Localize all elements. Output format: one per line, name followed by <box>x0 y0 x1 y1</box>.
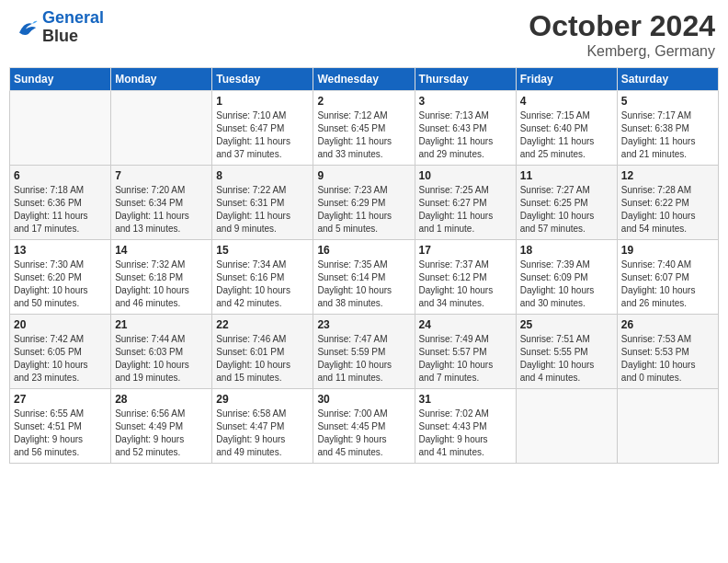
col-header-friday: Friday <box>516 68 617 91</box>
day-number: 18 <box>520 244 613 257</box>
day-detail: Sunrise: 7:25 AM Sunset: 6:27 PM Dayligh… <box>419 184 512 236</box>
day-cell: 3Sunrise: 7:13 AM Sunset: 6:43 PM Daylig… <box>415 91 516 166</box>
day-detail: Sunrise: 7:28 AM Sunset: 6:22 PM Dayligh… <box>621 184 714 236</box>
day-cell: 13Sunrise: 7:30 AM Sunset: 6:20 PM Dayli… <box>10 240 111 315</box>
day-cell <box>516 389 617 464</box>
logo: General Blue <box>13 9 104 46</box>
day-number: 14 <box>115 244 208 257</box>
day-number: 28 <box>115 393 208 406</box>
day-cell <box>111 91 212 166</box>
day-detail: Sunrise: 7:12 AM Sunset: 6:45 PM Dayligh… <box>317 109 410 161</box>
day-cell: 4Sunrise: 7:15 AM Sunset: 6:40 PM Daylig… <box>516 91 617 166</box>
day-detail: Sunrise: 7:13 AM Sunset: 6:43 PM Dayligh… <box>419 109 512 161</box>
day-number: 7 <box>115 169 208 182</box>
day-cell: 11Sunrise: 7:27 AM Sunset: 6:25 PM Dayli… <box>516 166 617 240</box>
day-cell: 17Sunrise: 7:37 AM Sunset: 6:12 PM Dayli… <box>415 240 516 315</box>
day-detail: Sunrise: 7:20 AM Sunset: 6:34 PM Dayligh… <box>115 184 208 236</box>
day-number: 13 <box>14 244 107 257</box>
day-number: 8 <box>216 169 309 182</box>
day-number: 26 <box>621 318 714 331</box>
location: Kemberg, Germany <box>529 43 715 60</box>
day-cell: 12Sunrise: 7:28 AM Sunset: 6:22 PM Dayli… <box>617 166 718 240</box>
day-detail: Sunrise: 7:10 AM Sunset: 6:47 PM Dayligh… <box>216 109 309 161</box>
day-detail: Sunrise: 7:51 AM Sunset: 5:55 PM Dayligh… <box>520 333 613 385</box>
day-detail: Sunrise: 7:27 AM Sunset: 6:25 PM Dayligh… <box>520 184 613 236</box>
day-detail: Sunrise: 7:40 AM Sunset: 6:07 PM Dayligh… <box>621 259 714 310</box>
logo-bird-icon <box>13 15 39 40</box>
day-detail: Sunrise: 7:44 AM Sunset: 6:03 PM Dayligh… <box>115 333 208 385</box>
day-cell: 26Sunrise: 7:53 AM Sunset: 5:53 PM Dayli… <box>617 315 718 389</box>
week-row-4: 20Sunrise: 7:42 AM Sunset: 6:05 PM Dayli… <box>10 315 719 389</box>
day-number: 25 <box>520 318 613 331</box>
day-number: 29 <box>216 393 309 406</box>
day-cell: 14Sunrise: 7:32 AM Sunset: 6:18 PM Dayli… <box>111 240 212 315</box>
day-number: 17 <box>419 244 512 257</box>
day-detail: Sunrise: 6:55 AM Sunset: 4:51 PM Dayligh… <box>14 408 107 459</box>
day-detail: Sunrise: 7:37 AM Sunset: 6:12 PM Dayligh… <box>419 259 512 310</box>
day-cell: 23Sunrise: 7:47 AM Sunset: 5:59 PM Dayli… <box>313 315 415 389</box>
day-detail: Sunrise: 7:53 AM Sunset: 5:53 PM Dayligh… <box>621 333 714 385</box>
title-block: October 2024 Kemberg, Germany <box>529 9 715 60</box>
calendar-table: SundayMondayTuesdayWednesdayThursdayFrid… <box>9 67 719 464</box>
day-number: 4 <box>520 95 613 108</box>
logo-text: General Blue <box>42 9 104 46</box>
day-detail: Sunrise: 7:39 AM Sunset: 6:09 PM Dayligh… <box>520 259 613 310</box>
month-title: October 2024 <box>529 9 715 43</box>
day-cell: 21Sunrise: 7:44 AM Sunset: 6:03 PM Dayli… <box>111 315 212 389</box>
day-detail: Sunrise: 7:02 AM Sunset: 4:43 PM Dayligh… <box>419 408 512 459</box>
col-header-monday: Monday <box>111 68 212 91</box>
day-cell: 18Sunrise: 7:39 AM Sunset: 6:09 PM Dayli… <box>516 240 617 315</box>
day-cell: 1Sunrise: 7:10 AM Sunset: 6:47 PM Daylig… <box>212 91 313 166</box>
day-cell: 5Sunrise: 7:17 AM Sunset: 6:38 PM Daylig… <box>617 91 718 166</box>
day-number: 11 <box>520 169 613 182</box>
day-number: 15 <box>216 244 309 257</box>
day-number: 20 <box>14 318 107 331</box>
day-detail: Sunrise: 7:18 AM Sunset: 6:36 PM Dayligh… <box>14 184 107 236</box>
week-row-5: 27Sunrise: 6:55 AM Sunset: 4:51 PM Dayli… <box>10 389 719 464</box>
col-header-tuesday: Tuesday <box>212 68 313 91</box>
col-header-saturday: Saturday <box>617 68 718 91</box>
day-cell: 29Sunrise: 6:58 AM Sunset: 4:47 PM Dayli… <box>212 389 313 464</box>
day-cell: 24Sunrise: 7:49 AM Sunset: 5:57 PM Dayli… <box>415 315 516 389</box>
day-detail: Sunrise: 6:58 AM Sunset: 4:47 PM Dayligh… <box>216 408 309 459</box>
day-detail: Sunrise: 7:46 AM Sunset: 6:01 PM Dayligh… <box>216 333 309 385</box>
day-detail: Sunrise: 7:30 AM Sunset: 6:20 PM Dayligh… <box>14 259 107 310</box>
day-cell: 25Sunrise: 7:51 AM Sunset: 5:55 PM Dayli… <box>516 315 617 389</box>
page-header: General Blue October 2024 Kemberg, Germa… <box>9 9 719 60</box>
day-number: 22 <box>216 318 309 331</box>
day-number: 16 <box>317 244 410 257</box>
day-detail: Sunrise: 7:47 AM Sunset: 5:59 PM Dayligh… <box>317 333 410 385</box>
day-number: 9 <box>317 169 410 182</box>
day-cell: 15Sunrise: 7:34 AM Sunset: 6:16 PM Dayli… <box>212 240 313 315</box>
day-cell: 16Sunrise: 7:35 AM Sunset: 6:14 PM Dayli… <box>313 240 415 315</box>
day-number: 10 <box>419 169 512 182</box>
day-cell: 27Sunrise: 6:55 AM Sunset: 4:51 PM Dayli… <box>10 389 111 464</box>
day-cell: 8Sunrise: 7:22 AM Sunset: 6:31 PM Daylig… <box>212 166 313 240</box>
day-cell: 31Sunrise: 7:02 AM Sunset: 4:43 PM Dayli… <box>415 389 516 464</box>
day-cell: 20Sunrise: 7:42 AM Sunset: 6:05 PM Dayli… <box>10 315 111 389</box>
day-number: 27 <box>14 393 107 406</box>
day-detail: Sunrise: 7:17 AM Sunset: 6:38 PM Dayligh… <box>621 109 714 161</box>
day-number: 2 <box>317 95 410 108</box>
col-header-wednesday: Wednesday <box>313 68 415 91</box>
day-number: 6 <box>14 169 107 182</box>
day-cell: 28Sunrise: 6:56 AM Sunset: 4:49 PM Dayli… <box>111 389 212 464</box>
day-number: 12 <box>621 169 714 182</box>
day-cell <box>10 91 111 166</box>
day-detail: Sunrise: 7:23 AM Sunset: 6:29 PM Dayligh… <box>317 184 410 236</box>
day-number: 30 <box>317 393 410 406</box>
col-header-thursday: Thursday <box>415 68 516 91</box>
col-header-sunday: Sunday <box>10 68 111 91</box>
day-detail: Sunrise: 7:49 AM Sunset: 5:57 PM Dayligh… <box>419 333 512 385</box>
day-detail: Sunrise: 6:56 AM Sunset: 4:49 PM Dayligh… <box>115 408 208 459</box>
day-cell: 10Sunrise: 7:25 AM Sunset: 6:27 PM Dayli… <box>415 166 516 240</box>
day-cell <box>617 389 718 464</box>
day-detail: Sunrise: 7:32 AM Sunset: 6:18 PM Dayligh… <box>115 259 208 310</box>
week-row-2: 6Sunrise: 7:18 AM Sunset: 6:36 PM Daylig… <box>10 166 719 240</box>
day-detail: Sunrise: 7:15 AM Sunset: 6:40 PM Dayligh… <box>520 109 613 161</box>
day-cell: 22Sunrise: 7:46 AM Sunset: 6:01 PM Dayli… <box>212 315 313 389</box>
day-detail: Sunrise: 7:42 AM Sunset: 6:05 PM Dayligh… <box>14 333 107 385</box>
day-detail: Sunrise: 7:22 AM Sunset: 6:31 PM Dayligh… <box>216 184 309 236</box>
day-detail: Sunrise: 7:35 AM Sunset: 6:14 PM Dayligh… <box>317 259 410 310</box>
day-cell: 9Sunrise: 7:23 AM Sunset: 6:29 PM Daylig… <box>313 166 415 240</box>
